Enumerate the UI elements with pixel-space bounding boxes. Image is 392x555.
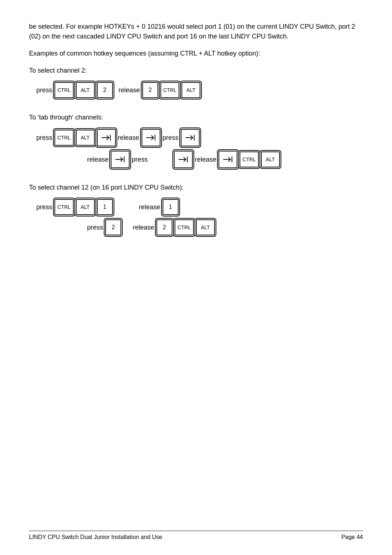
- key-alt-tab2: ALT: [261, 151, 280, 167]
- key-alt-2: ALT: [181, 82, 200, 98]
- tab-arrow-icon: [101, 133, 112, 143]
- word-press-tab1: press: [36, 134, 52, 142]
- key-alt-ch12-2: ALT: [196, 219, 215, 235]
- section-select-channel-12: To select channel 12 (on 16 port LINDY C…: [29, 183, 363, 235]
- key-tab-5: [174, 151, 193, 168]
- key-alt-tab1: ALT: [76, 130, 95, 146]
- tab-arrow-icon-5: [178, 154, 189, 165]
- key-2-1: 2: [97, 82, 113, 98]
- section-label-2: To 'tab through' channels:: [29, 113, 363, 122]
- footer-right: Page 44: [341, 534, 363, 540]
- footer-left: LINDY CPU Switch Dual Junior Installatio…: [29, 534, 162, 540]
- key-sequence-tab-row1: press CTRL ALT release press: [29, 129, 363, 146]
- key-sequence-ch12-row1: press CTRL ALT 1 release 1: [29, 199, 363, 215]
- key-ctrl-tab1: CTRL: [54, 130, 74, 146]
- examples-label: Examples of common hotkey sequences (ass…: [29, 49, 363, 58]
- key-ctrl-ch12-1: CTRL: [54, 199, 74, 215]
- key-ctrl-tab2: CTRL: [240, 151, 259, 167]
- key-1-ch12-1: 1: [97, 199, 113, 215]
- word-release-1: release: [119, 86, 140, 94]
- page-content: be selected. For example HOTKEYs + 0 102…: [29, 22, 363, 235]
- key-1-ch12-2: 1: [163, 199, 179, 215]
- key-2-ch12-1: 2: [105, 219, 121, 235]
- key-2-2: 2: [142, 82, 158, 98]
- section-label-3: To select channel 12 (on 16 port LINDY C…: [29, 183, 363, 193]
- key-tab-4: [111, 151, 130, 168]
- section-label-1: To select channel 2:: [29, 66, 363, 76]
- key-sequence-tab-row2: release press release: [29, 151, 363, 168]
- key-alt-ch12-1: ALT: [76, 199, 95, 215]
- section-select-channel-2: To select channel 2: press CTRL ALT 2 re…: [29, 66, 363, 98]
- word-release-ch12-2: release: [133, 224, 154, 231]
- tab-arrow-icon-2: [146, 133, 156, 143]
- tab-arrow-icon-3: [185, 133, 196, 143]
- intro-paragraph: be selected. For example HOTKEYs + 0 102…: [29, 22, 363, 41]
- key-tab-1: [97, 129, 116, 146]
- key-ctrl-ch12-2: CTRL: [175, 219, 194, 235]
- word-release-tab2: release: [87, 156, 109, 163]
- key-tab-6: [219, 151, 237, 168]
- word-release-tab1: release: [118, 134, 139, 142]
- key-sequence-ch12-row2: press 2 release 2 CTRL ALT: [29, 219, 363, 235]
- key-2-ch12-2: 2: [156, 219, 172, 235]
- key-ctrl-2: CTRL: [160, 82, 180, 98]
- word-press-tab2: press: [163, 134, 179, 142]
- word-press-ch12-2: press: [87, 224, 103, 231]
- word-release-ch12-1: release: [139, 203, 160, 211]
- word-press-ch12-1: press: [36, 203, 52, 211]
- tab-arrow-icon-6: [222, 154, 233, 165]
- tab-arrow-icon-4: [115, 154, 126, 165]
- key-tab-3: [181, 129, 200, 146]
- footer: LINDY CPU Switch Dual Junior Installatio…: [29, 531, 363, 540]
- word-press-1: press: [36, 86, 52, 94]
- key-tab-2: [142, 129, 160, 146]
- word-press-tab3: press: [132, 156, 148, 163]
- section-tab-through: To 'tab through' channels: press CTRL AL…: [29, 113, 363, 168]
- key-sequence-1: press CTRL ALT 2 release 2 CTRL ALT: [29, 82, 363, 98]
- word-release-tab3: release: [195, 156, 216, 163]
- key-alt-1: ALT: [76, 82, 95, 98]
- key-ctrl-1: CTRL: [54, 82, 74, 98]
